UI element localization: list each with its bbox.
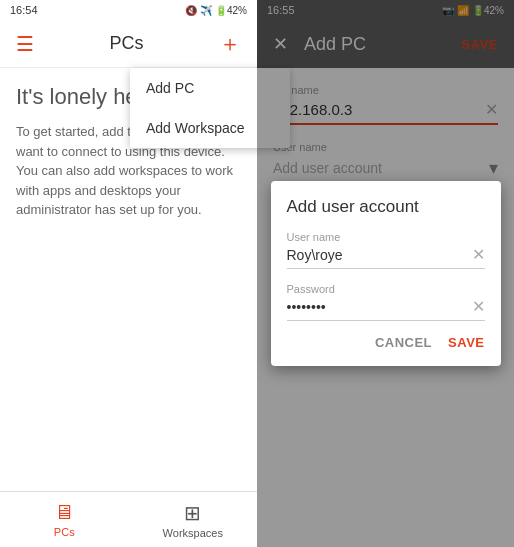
modal-save-button[interactable]: SAVE [448,335,484,350]
modal-user-row: ✕ [287,245,485,269]
modal-title: Add user account [287,197,485,217]
workspaces-label: Workspaces [163,527,223,539]
modal-password-input[interactable] [287,299,472,315]
modal-overlay: Add user account User name ✕ Password ✕ … [257,0,514,547]
nav-pcs[interactable]: 🖥 PCs [0,492,129,547]
modal-password-label: Password [287,283,485,295]
right-panel: 16:55 📷 📶 🔋42% ✕ Add PC SAVE PC name ✕ U… [257,0,514,547]
pcs-label: PCs [54,526,75,538]
modal-password-clear-icon[interactable]: ✕ [472,297,485,316]
modal-password-row: ✕ [287,297,485,321]
add-icon[interactable]: ＋ [219,29,241,59]
left-top-bar: ☰ PCs ＋ [0,20,257,68]
battery-icon: 🔋42% [215,5,247,16]
left-status-icons: 🔇 ✈️ 🔋42% [185,5,247,16]
modal-user-label: User name [287,231,485,243]
left-status-bar: 16:54 🔇 ✈️ 🔋42% [0,0,257,20]
pcs-icon: 🖥 [54,501,74,524]
add-user-modal: Add user account User name ✕ Password ✕ … [271,181,501,366]
hamburger-icon[interactable]: ☰ [16,32,34,56]
cancel-button[interactable]: CANCEL [375,335,432,350]
signal-icon: 🔇 [185,5,197,16]
modal-username-input[interactable] [287,247,472,263]
left-panel: 16:54 🔇 ✈️ 🔋42% ☰ PCs ＋ Add PC Add Works… [0,0,257,547]
left-title: PCs [109,33,143,54]
nav-workspaces[interactable]: ⊞ Workspaces [129,492,258,547]
wifi-icon: ✈️ [200,5,212,16]
bottom-nav: 🖥 PCs ⊞ Workspaces [0,491,257,547]
modal-actions: CANCEL SAVE [287,335,485,350]
workspaces-icon: ⊞ [184,501,201,525]
left-time: 16:54 [10,4,38,16]
modal-user-clear-icon[interactable]: ✕ [472,245,485,264]
